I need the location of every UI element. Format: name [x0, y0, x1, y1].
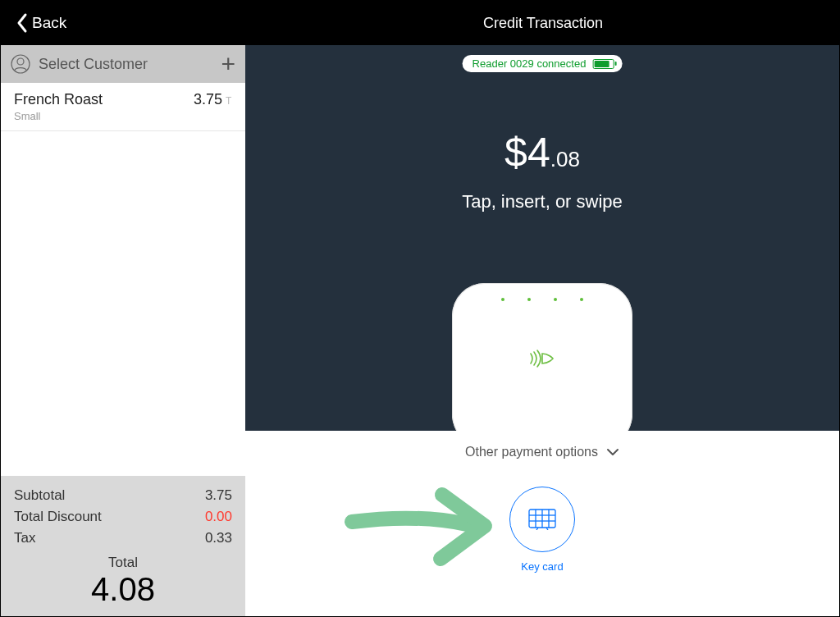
back-button[interactable]: Back	[16, 12, 66, 34]
other-payment-options[interactable]: Other payment options	[245, 436, 839, 468]
line-item-tax-flag: T	[226, 95, 234, 107]
tax-label: Tax	[14, 530, 205, 546]
payment-prompt: Tap, insert, or swipe	[245, 191, 839, 213]
contactless-icon	[528, 349, 556, 368]
other-payment-options-label: Other payment options	[465, 445, 598, 459]
amount-dollars: $4	[504, 130, 550, 176]
reader-status-text: Reader 0029 connected	[472, 57, 587, 70]
order-summary: Subtotal3.75 Total Discount0.00 Tax0.33 …	[1, 476, 245, 616]
line-item[interactable]: French Roast 3.75 T Small	[1, 83, 245, 131]
line-item-modifier: Small	[14, 110, 234, 122]
person-icon	[11, 54, 30, 74]
discount-value: 0.00	[205, 509, 232, 525]
select-customer-bar[interactable]: Select Customer +	[1, 45, 245, 83]
tax-value: 0.33	[205, 530, 232, 546]
payment-hero: Reader 0029 connected $4.08 Tap, insert,…	[245, 45, 839, 431]
subtotal-label: Subtotal	[14, 487, 205, 504]
card-reader-illustration	[452, 283, 632, 431]
select-customer-label: Select Customer	[39, 56, 221, 73]
chevron-left-icon	[16, 12, 30, 34]
page-title: Credit Transaction	[305, 15, 781, 32]
subtotal-value: 3.75	[205, 487, 232, 504]
discount-label: Total Discount	[14, 509, 205, 525]
key-card-label: Key card	[509, 560, 575, 573]
chevron-down-icon	[606, 448, 619, 456]
total-value: 4.08	[14, 571, 232, 608]
add-customer-button[interactable]: +	[221, 52, 235, 76]
amount-display: $4.08	[245, 129, 839, 176]
annotation-arrow	[344, 477, 508, 583]
total-label: Total	[14, 555, 232, 571]
back-label: Back	[32, 14, 66, 32]
battery-icon	[592, 59, 614, 69]
svg-point-1	[17, 58, 24, 65]
keypad-icon	[528, 509, 556, 530]
line-item-price: 3.75	[194, 91, 222, 108]
amount-cents: .08	[550, 147, 580, 171]
key-card-button[interactable]	[509, 487, 575, 552]
reader-status-pill: Reader 0029 connected	[463, 55, 623, 72]
line-item-name: French Roast	[14, 91, 194, 108]
